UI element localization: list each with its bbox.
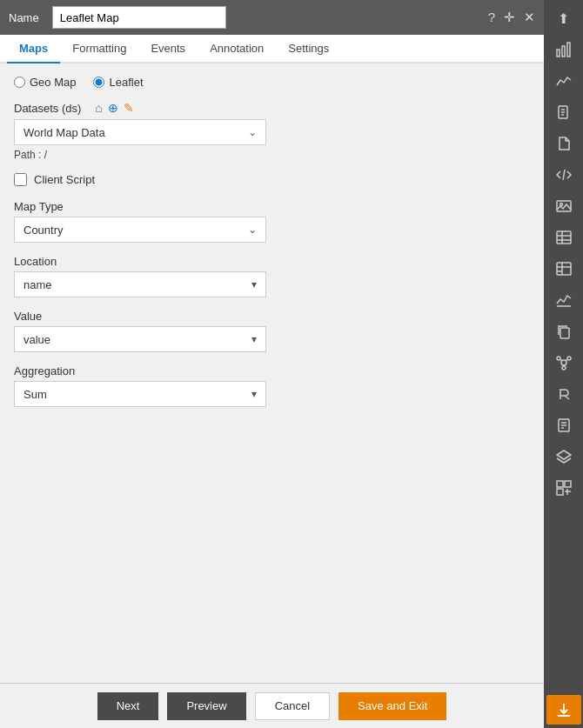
svg-line-24: [560, 359, 562, 361]
add-dataset-icon[interactable]: ⊕: [108, 101, 118, 115]
svg-rect-1: [562, 46, 565, 57]
svg-point-21: [557, 357, 560, 360]
content-area: Geo Map Leaflet Datasets (ds) ⌂ ⊕ ✎ Worl…: [0, 63, 544, 683]
svg-line-7: [563, 170, 565, 180]
location-select[interactable]: name ▾: [14, 271, 266, 297]
header: Name ? ✛ ✕: [0, 0, 544, 35]
save-exit-button[interactable]: Save and Exit: [338, 692, 446, 720]
datasets-section-label: Datasets (ds) ⌂ ⊕ ✎: [14, 101, 530, 115]
svg-rect-35: [557, 489, 563, 495]
next-button[interactable]: Next: [97, 692, 159, 720]
dataset-icons: ⌂ ⊕ ✎: [95, 101, 133, 115]
svg-rect-34: [565, 481, 571, 487]
map-type-arrow: ⌄: [248, 224, 257, 236]
tab-events[interactable]: Events: [138, 35, 198, 63]
layers-icon[interactable]: [546, 442, 581, 471]
right-sidebar: ⬆: [544, 0, 583, 728]
svg-line-27: [565, 396, 569, 399]
tab-formatting[interactable]: Formatting: [60, 35, 138, 63]
client-script-row: Client Script: [14, 173, 530, 186]
dataset-value: World Map Data: [23, 126, 105, 139]
aggregation-field: Aggregation Sum ▾: [14, 364, 530, 407]
code-icon[interactable]: [546, 160, 581, 190]
tab-bar: Maps Formatting Events Annotation Settin…: [0, 35, 544, 63]
home-icon[interactable]: ⌂: [95, 101, 102, 115]
svg-point-23: [562, 366, 566, 370]
value-label: Value: [14, 310, 530, 323]
help-icon[interactable]: ?: [488, 10, 495, 25]
footer: Next Preview Cancel Save and Exit: [0, 683, 544, 728]
location-arrow: ▾: [251, 278, 257, 291]
svg-rect-2: [567, 43, 570, 57]
client-script-label: Client Script: [34, 173, 95, 186]
mini-chart-icon[interactable]: [546, 285, 581, 315]
tab-annotation[interactable]: Annotation: [198, 35, 276, 63]
network-icon[interactable]: [546, 348, 581, 377]
svg-line-25: [566, 359, 567, 361]
geo-map-label: Geo Map: [30, 76, 76, 89]
location-label: Location: [14, 255, 530, 268]
leaflet-radio[interactable]: Leaflet: [93, 76, 143, 89]
value-value: value: [23, 333, 50, 346]
close-icon[interactable]: ✕: [524, 10, 535, 25]
edit-dataset-icon[interactable]: ✎: [124, 101, 134, 115]
client-script-checkbox[interactable]: [14, 173, 27, 186]
aggregation-label: Aggregation: [14, 364, 530, 377]
pin-icon[interactable]: ⬆: [546, 3, 581, 33]
report-icon[interactable]: [546, 411, 581, 440]
value-field: Value value ▾: [14, 310, 530, 352]
image-icon[interactable]: [546, 191, 581, 221]
header-icons: ? ✛ ✕: [488, 10, 535, 25]
map-type-select[interactable]: Country ⌄: [14, 217, 266, 243]
dataset-dropdown[interactable]: World Map Data ⌄: [14, 119, 266, 145]
map-type-label: Map Type: [14, 200, 530, 213]
name-input[interactable]: [52, 6, 226, 29]
aggregation-value: Sum: [23, 388, 47, 401]
aggregation-arrow: ▾: [251, 388, 257, 400]
cancel-button[interactable]: Cancel: [255, 692, 330, 720]
geo-map-radio[interactable]: Geo Map: [14, 76, 76, 89]
download-icon[interactable]: [546, 695, 581, 725]
name-label: Name: [9, 11, 39, 24]
leaflet-label: Leaflet: [109, 76, 143, 89]
preview-button[interactable]: Preview: [167, 692, 245, 720]
map-type-radio-group: Geo Map Leaflet: [14, 76, 530, 89]
tab-settings[interactable]: Settings: [276, 35, 341, 63]
table-icon[interactable]: [546, 223, 581, 252]
svg-rect-0: [557, 50, 560, 57]
rx-icon[interactable]: [546, 379, 581, 409]
svg-rect-10: [557, 231, 571, 244]
move-icon[interactable]: ✛: [504, 10, 515, 25]
map-type-value: Country: [23, 224, 64, 237]
svg-marker-32: [557, 451, 571, 459]
grid-plus-icon[interactable]: [546, 473, 581, 503]
svg-rect-33: [557, 481, 563, 487]
location-field: Location name ▾: [14, 255, 530, 297]
document1-icon[interactable]: [546, 97, 581, 127]
value-arrow: ▾: [251, 333, 257, 345]
svg-rect-14: [557, 263, 571, 275]
location-value: name: [23, 278, 52, 291]
area-chart-icon[interactable]: [546, 66, 581, 96]
aggregation-select[interactable]: Sum ▾: [14, 381, 266, 407]
value-select[interactable]: value ▾: [14, 326, 266, 352]
bar-chart-icon[interactable]: [546, 35, 581, 64]
pivot-icon[interactable]: [546, 254, 581, 284]
svg-rect-19: [560, 328, 569, 338]
main-panel: Name ? ✛ ✕ Maps Formatting Events Annota…: [0, 0, 544, 728]
tab-maps[interactable]: Maps: [7, 35, 60, 63]
svg-point-22: [567, 357, 571, 360]
copy-icon[interactable]: [546, 317, 581, 346]
path-text: Path : /: [14, 149, 530, 161]
map-type-field: Map Type Country ⌄: [14, 200, 530, 243]
dataset-dropdown-arrow: ⌄: [248, 126, 257, 138]
file-icon[interactable]: [546, 129, 581, 158]
